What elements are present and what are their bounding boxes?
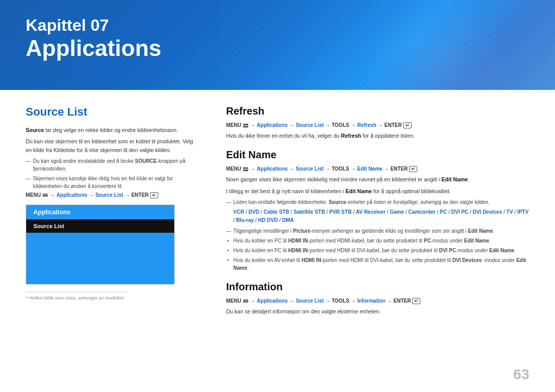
source-list-para2: Du kan vise skjermen til en kildeenhet s…: [26, 137, 200, 154]
separator-line: [26, 292, 128, 292]
panel-header: Applications: [26, 205, 174, 219]
information-body: Du kan se detaljert informasjon om den v…: [226, 307, 529, 315]
source-list-bullet2: Skjermen vises kanskje ikke riktig hvis …: [26, 175, 200, 190]
page-number: 63: [513, 366, 529, 383]
device-link-row: VCR / DVD / Cable STB / Satellite STB / …: [226, 208, 529, 225]
left-column: Source List Source lar deg velge en rekk…: [26, 105, 200, 382]
source-list-menu: MENU → Applications → Source List → ENTE…: [26, 192, 200, 198]
edit-name-dot1: Hvis du kobler en PC til HDMI IN-porten …: [226, 237, 529, 245]
edit-name-title: Edit Name: [226, 149, 529, 161]
applications-panel: Applications Source List: [26, 204, 175, 285]
information-section: Information MENU → Applications → Source…: [226, 281, 529, 315]
chapter-label: Kapittel 07: [26, 15, 161, 35]
page-title: Applications: [26, 35, 161, 62]
source-list-title: Source List: [26, 105, 200, 119]
information-menu: MENU → Applications → Source List → TOOL…: [226, 298, 529, 304]
panel-source-list-item: Source List: [26, 219, 174, 233]
refresh-menu: MENU → Applications → Source List → TOOL…: [226, 122, 529, 128]
source-list-para1: Source lar deg velge en rekke kilder og …: [26, 126, 200, 134]
header-banner: Kapittel 07 Applications: [0, 0, 555, 90]
refresh-body: Hvis du ikke finner en enhet du vil ha, …: [226, 132, 529, 140]
refresh-title: Refresh: [226, 105, 529, 117]
main-content: Source List Source lar deg velge en rekk…: [0, 90, 555, 392]
edit-name-para1: Noen ganger vises ikke skjermen skikkeli…: [226, 175, 529, 183]
edit-name-menu: MENU → Applications → Source List → TOOL…: [226, 166, 529, 172]
header-text: Kapittel 07 Applications: [26, 15, 161, 62]
edit-name-bullet2: Tilgjengelige innstillinger i Picture-me…: [226, 227, 529, 235]
edit-name-para2: I tillegg er det best å gi nytt navn til…: [226, 187, 529, 195]
panel-empty-area: [26, 233, 174, 284]
refresh-section: Refresh MENU → Applications → Source Lis…: [226, 105, 529, 140]
information-title: Information: [226, 281, 529, 293]
edit-name-dot2: Hvis du kobler en PC til HDMI IN-porten …: [226, 247, 529, 254]
edit-name-section: Edit Name MENU → Applications → Source L…: [226, 149, 529, 272]
source-list-bullet1: Du kan også endre inndatakilde ved å bru…: [26, 157, 200, 173]
edit-name-bullet1: Listen kan omfatte følgende kildeenheter…: [226, 198, 529, 206]
edit-name-dot3: Hvis du kobler en AV-enhet til HDMI IN-p…: [226, 256, 529, 272]
right-column: Refresh MENU → Applications → Source Lis…: [226, 105, 529, 382]
footnote: * Hvilket bilde som vises, avhenger av m…: [26, 295, 200, 301]
